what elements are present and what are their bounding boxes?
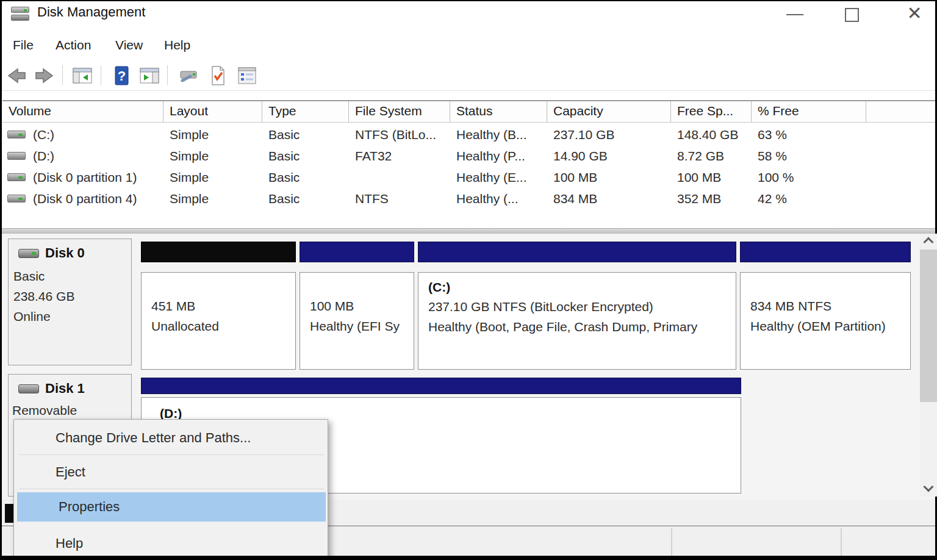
properties-list-icon[interactable] <box>235 63 259 88</box>
table-row[interactable]: (Disk 0 partition 4) Simple Basic NTFS H… <box>2 188 935 209</box>
disk1-name: Disk 1 <box>45 381 85 397</box>
scroll-up-icon[interactable] <box>924 237 934 248</box>
partition-c[interactable]: (C:) 237.10 GB NTFS (BitLocker Encrypted… <box>418 242 736 352</box>
partition-unallocated[interactable]: 451 MB Unallocated <box>141 242 296 352</box>
menu-item-change-drive-letter[interactable]: Change Drive Letter and Paths... <box>14 422 328 454</box>
window-title: Disk Management <box>37 4 145 20</box>
disk1-type: Removable <box>9 400 131 420</box>
row-file-system: NTFS (BitLo... <box>349 127 450 142</box>
disk0-type: Basic <box>9 266 131 286</box>
partition-oem[interactable]: 834 MB NTFS Healthy (OEM Partition) <box>740 242 911 352</box>
row-volume: (C:) <box>33 127 54 142</box>
volume-icon <box>7 131 26 138</box>
frame-bottom-edge <box>0 556 937 560</box>
check-document-icon[interactable] <box>206 63 230 88</box>
menu-action[interactable]: Action <box>53 37 93 54</box>
toolbar: ? <box>2 61 935 91</box>
row-type: Basic <box>262 149 349 163</box>
partition-bar <box>300 242 414 262</box>
partition-bar <box>141 242 296 262</box>
row-capacity: 100 MB <box>547 170 671 185</box>
row-file-system: FAT32 <box>349 149 450 163</box>
row-type: Basic <box>262 170 349 185</box>
partition-status: Healthy (Boot, Page File, Crash Dump, Pr… <box>428 317 736 337</box>
menu-item-properties[interactable]: Properties <box>17 492 326 522</box>
row-layout: Simple <box>163 149 262 163</box>
row-free-space: 352 MB <box>671 192 752 206</box>
partition-size: 100 MB <box>310 296 414 316</box>
table-row[interactable]: (D:) Simple Basic FAT32 Healthy (P... 14… <box>2 145 935 167</box>
col-empty[interactable] <box>866 101 935 122</box>
row-capacity: 237.10 GB <box>547 127 671 142</box>
volume-icon <box>7 152 26 160</box>
partition-efi[interactable]: 100 MB Healthy (EFI Sy <box>300 242 414 352</box>
row-type: Basic <box>262 192 349 206</box>
menu-item-eject[interactable]: Eject <box>14 455 328 489</box>
disk0-status: Online <box>9 306 131 326</box>
maximize-button[interactable] <box>845 8 859 22</box>
row-free-space: 8.72 GB <box>671 149 752 163</box>
unallocated-legend-swatch <box>5 504 14 523</box>
partition-status: Healthy (OEM Partition) <box>750 316 910 336</box>
row-pct-free: 42 % <box>752 192 866 206</box>
scroll-down-icon[interactable] <box>924 482 934 492</box>
menu-item-help[interactable]: Help <box>14 526 328 560</box>
row-free-space: 100 MB <box>671 170 752 185</box>
action-pane-icon[interactable] <box>137 63 162 88</box>
col-volume[interactable]: Volume <box>2 101 163 122</box>
console-tree-icon[interactable] <box>70 63 95 88</box>
row-volume: (Disk 0 partition 1) <box>33 170 137 185</box>
row-capacity: 14.90 GB <box>547 149 671 163</box>
row-layout: Simple <box>163 192 262 206</box>
title-bar[interactable]: Disk Management — ✕ <box>2 1 935 31</box>
row-pct-free: 63 % <box>752 127 866 142</box>
forward-arrow-icon[interactable] <box>32 63 57 88</box>
partition-title: (C:) <box>428 278 736 296</box>
menu-file[interactable]: File <box>10 37 36 54</box>
menu-help[interactable]: Help <box>162 37 193 54</box>
disk-icon <box>18 249 39 258</box>
vertical-scrollbar[interactable] <box>920 234 937 497</box>
partition-size: 237.10 GB NTFS (BitLocker Encrypted) <box>428 296 736 317</box>
help-icon[interactable]: ? <box>109 63 134 88</box>
row-status: Healthy (P... <box>450 149 547 163</box>
menu-view[interactable]: View <box>113 37 145 54</box>
row-layout: Simple <box>163 127 262 142</box>
partition-size: 451 MB <box>151 296 295 316</box>
row-status: Healthy (E... <box>450 170 547 185</box>
partition-status: Healthy (EFI Sy <box>310 316 414 336</box>
volume-table-header: Volume Layout Type File System Status Ca… <box>2 100 935 123</box>
back-arrow-icon[interactable] <box>4 63 29 88</box>
col-layout[interactable]: Layout <box>163 101 262 122</box>
col-status[interactable]: Status <box>450 101 547 122</box>
table-row[interactable]: (Disk 0 partition 1) Simple Basic Health… <box>2 167 935 188</box>
partition-status: Unallocated <box>151 316 295 336</box>
scrollbar-thumb[interactable] <box>920 249 937 402</box>
menu-separator <box>19 489 324 489</box>
row-status: Healthy (B... <box>450 127 547 142</box>
pane-splitter[interactable] <box>2 228 935 234</box>
row-status: Healthy (... <box>450 192 547 206</box>
disk0-panel[interactable]: Disk 0 Basic 238.46 GB Online <box>8 239 132 365</box>
minimize-button[interactable]: — <box>777 4 813 31</box>
help-glyph: ? <box>118 68 126 84</box>
col-pct-free[interactable]: % Free <box>752 101 866 122</box>
col-type[interactable]: Type <box>262 101 349 122</box>
context-menu: Change Drive Letter and Paths... Eject P… <box>13 419 328 560</box>
close-button[interactable]: ✕ <box>896 2 933 29</box>
partition-bar <box>141 378 741 394</box>
row-file-system: NTFS <box>349 192 450 206</box>
col-free-space[interactable]: Free Sp... <box>671 101 752 122</box>
col-capacity[interactable]: Capacity <box>547 101 671 122</box>
partition-size: 834 MB NTFS <box>750 296 910 316</box>
menu-bar: File Action View Help <box>2 32 935 60</box>
row-layout: Simple <box>163 170 262 185</box>
volume-icon <box>7 173 26 181</box>
row-volume: (Disk 0 partition 4) <box>33 192 137 206</box>
col-file-system[interactable]: File System <box>349 101 450 122</box>
volume-icon <box>7 195 26 203</box>
disk-inspect-icon[interactable] <box>176 63 201 88</box>
disk-icon <box>18 384 39 393</box>
row-pct-free: 58 % <box>752 149 866 163</box>
table-row[interactable]: (C:) Simple Basic NTFS (BitLo... Healthy… <box>2 124 935 145</box>
